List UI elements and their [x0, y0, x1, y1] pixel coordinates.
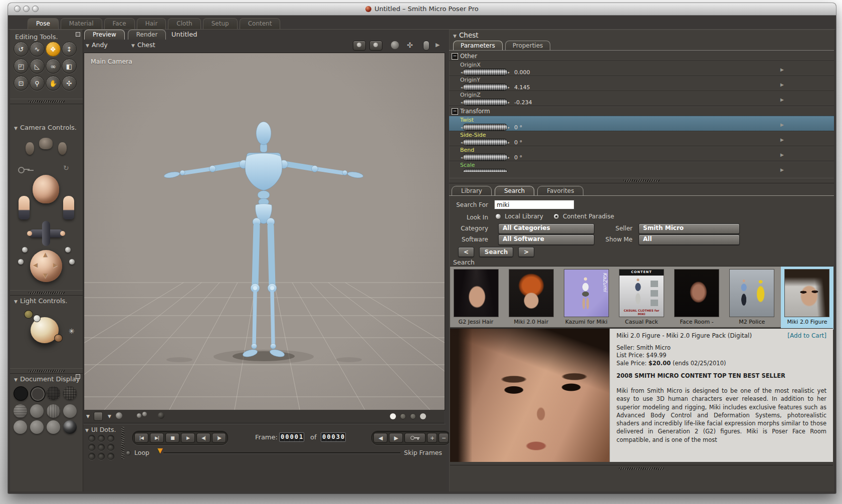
- panel-resize-handle[interactable]: [10, 368, 83, 374]
- param-dial[interactable]: [463, 169, 507, 172]
- tab-pose[interactable]: Pose: [28, 18, 59, 29]
- display-style-lit-wireframe[interactable]: [14, 404, 27, 418]
- document-display-panel-menu-icon[interactable]: [76, 374, 80, 379]
- radio-dot-icon[interactable]: [553, 213, 559, 219]
- param-dial[interactable]: [463, 84, 507, 91]
- dial-right-arrow-icon[interactable]: ▸: [508, 100, 510, 105]
- next-keyframe-button[interactable]: ▶: [389, 433, 403, 443]
- radio-dot-icon[interactable]: [495, 213, 501, 219]
- dial-right-arrow-icon[interactable]: ▸: [508, 140, 510, 145]
- dial-right-arrow-icon[interactable]: ▸: [508, 125, 510, 130]
- view-magnifier-tool-button[interactable]: ⚲: [30, 76, 45, 91]
- library-tab-favorites[interactable]: Favorites: [537, 186, 583, 196]
- color-tool-button[interactable]: ◧: [62, 59, 77, 74]
- display-style-flat-shaded[interactable]: [30, 404, 44, 418]
- param-options-arrow-icon[interactable]: ▶: [780, 82, 784, 87]
- param-row-originz[interactable]: OriginZ◂▸-0.234▶: [449, 91, 834, 106]
- param-options-arrow-icon[interactable]: ▶: [780, 152, 784, 157]
- display-menu-triangle-icon[interactable]: ▼: [86, 414, 90, 419]
- display-style-outline[interactable]: [30, 386, 46, 402]
- show-me-dropdown[interactable]: All: [639, 234, 740, 245]
- panel-expand-icon[interactable]: ▶: [436, 42, 440, 48]
- add-to-cart-link[interactable]: [Add to Cart]: [787, 332, 826, 339]
- timeline-scrubber[interactable]: [163, 452, 400, 453]
- display-style-wireframe[interactable]: [47, 386, 60, 400]
- editing-tools-panel-menu-icon[interactable]: [76, 32, 80, 37]
- chain-break-tool-button[interactable]: ∞: [46, 59, 61, 74]
- display-style-smooth-shaded[interactable]: [14, 420, 27, 434]
- play-button[interactable]: ▶: [181, 433, 195, 443]
- display-style-hidden-line[interactable]: [63, 386, 77, 400]
- camera-move-y-bar[interactable]: [42, 221, 50, 246]
- timeline-position-marker[interactable]: ▼: [157, 446, 163, 454]
- dial-left-arrow-icon[interactable]: ◂: [461, 155, 463, 160]
- next-page-button[interactable]: >: [518, 247, 534, 257]
- face-camera-control[interactable]: [33, 175, 59, 203]
- titlebar[interactable]: Untitled – Smith Micro Poser Pro: [8, 3, 836, 16]
- display-style-flat-lined[interactable]: [47, 404, 60, 418]
- actor-menu[interactable]: ▼Chest: [131, 41, 155, 49]
- depth-cue-dot-1[interactable]: [390, 413, 396, 419]
- panel-resize-handle[interactable]: [10, 290, 83, 296]
- translate-in-out-tool-button[interactable]: ↕: [62, 42, 77, 57]
- result-g2-jessi-hair[interactable]: G2 Jessi Hair: [452, 269, 500, 327]
- display-style-smooth-lined[interactable]: [30, 420, 44, 434]
- camera-dolly-orb-1[interactable]: [22, 247, 28, 253]
- morphing-tool-tool-button[interactable]: ⊡: [14, 76, 29, 91]
- tracking-orb-icon-1[interactable]: [137, 413, 141, 418]
- camera-rotate-icon[interactable]: ↻: [63, 164, 69, 172]
- param-row-twist[interactable]: Twist◂▸0 °▶: [449, 116, 834, 131]
- sphere-view-icon[interactable]: [391, 41, 399, 49]
- display-style-texture-lined[interactable]: [63, 420, 77, 434]
- total-frames-field[interactable]: 00030: [321, 432, 346, 442]
- depth-cue-dot-3[interactable]: [410, 413, 416, 419]
- scale-tool-button[interactable]: ◰: [14, 59, 29, 74]
- dial-left-arrow-icon[interactable]: ◂: [461, 125, 463, 130]
- four-view-icon[interactable]: ✣: [407, 41, 413, 49]
- taper-tool-button[interactable]: ◺: [30, 59, 45, 74]
- software-dropdown[interactable]: All Software: [498, 234, 594, 245]
- collapse-triangle-icon[interactable]: ▼: [85, 428, 89, 433]
- loop-toggle[interactable]: [126, 450, 131, 455]
- result-miki-2-0-hair[interactable]: Miki 2.0 Hair: [507, 269, 555, 327]
- dial-right-arrow-icon[interactable]: ▸: [508, 155, 510, 160]
- rotate-tool-button[interactable]: ↺: [14, 42, 29, 57]
- horizontal-scrollbar[interactable]: [450, 465, 833, 471]
- tab-hair[interactable]: Hair: [137, 18, 166, 29]
- dial-left-arrow-icon[interactable]: ◂: [461, 170, 463, 172]
- radio-content-paradise[interactable]: Content Paradise: [553, 213, 614, 220]
- param-options-arrow-icon[interactable]: ▶: [780, 97, 784, 102]
- display-style-silhouette[interactable]: [14, 386, 28, 401]
- dial-right-arrow-icon[interactable]: ▸: [508, 70, 510, 75]
- prev-page-button[interactable]: <: [458, 247, 474, 257]
- camera-dots-icon-2[interactable]: [369, 41, 382, 51]
- tracking-orb-icon-2[interactable]: [142, 412, 147, 416]
- panel-resize-handle[interactable]: [449, 178, 834, 183]
- ui-dot-3[interactable]: [107, 435, 114, 442]
- tab-setup[interactable]: Setup: [203, 18, 238, 29]
- param-tab-properties[interactable]: Properties: [505, 41, 551, 51]
- camera-dolly-orb-2[interactable]: [65, 247, 71, 253]
- param-row-bend[interactable]: Bend◂▸0 °▶: [449, 146, 834, 161]
- result-kazumi-for-miki[interactable]: KaZumiKazumi for Miki: [562, 269, 610, 327]
- ui-dot-1[interactable]: [88, 435, 95, 442]
- panel-resize-handle[interactable]: [10, 99, 83, 104]
- ui-dot-2[interactable]: [98, 435, 105, 442]
- param-dial[interactable]: [463, 99, 507, 106]
- direct-manipulation-tool-button[interactable]: ✣: [62, 76, 77, 91]
- head-camera-icon[interactable]: [39, 138, 53, 149]
- light-2-indicator[interactable]: [33, 315, 41, 322]
- dial-left-arrow-icon[interactable]: ◂: [461, 85, 463, 90]
- param-tab-parameters[interactable]: Parameters: [453, 41, 503, 51]
- collapse-triangle-icon[interactable]: ▼: [453, 34, 457, 39]
- depth-cue-dot-4[interactable]: [420, 413, 426, 419]
- display-rect-icon[interactable]: [94, 412, 103, 421]
- shading-sphere-icon[interactable]: [116, 412, 122, 419]
- doc-tab-render[interactable]: Render: [128, 30, 166, 40]
- tab-content[interactable]: Content: [240, 18, 281, 29]
- dial-left-arrow-icon[interactable]: ◂: [461, 70, 463, 75]
- collapse-triangle-icon[interactable]: ▼: [14, 377, 18, 382]
- right-hand-camera-control[interactable]: [63, 196, 74, 219]
- display-style-cartoon[interactable]: [63, 404, 77, 418]
- left-hand-camera-control[interactable]: [19, 196, 30, 219]
